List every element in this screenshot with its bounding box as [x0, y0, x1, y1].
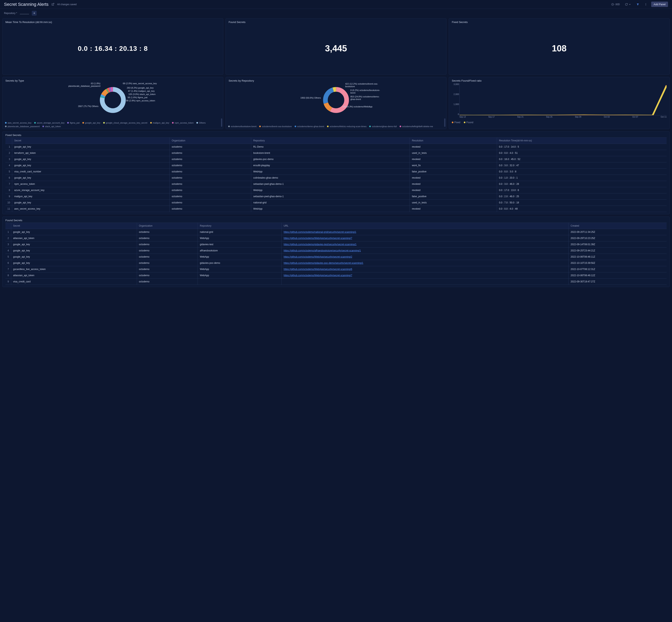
column-header[interactable]: Repository	[198, 223, 282, 229]
table-row[interactable]: 7npm_access_tokenoctodemosebastian-pwd-g…	[5, 181, 667, 187]
share-icon[interactable]	[51, 3, 55, 6]
table-row[interactable]: 6google_api_keyoctodemocolinbeales-ghas-…	[5, 175, 667, 181]
chart-label: 283 (8.2%) google_api_key	[127, 87, 153, 89]
secret-url-link[interactable]: https://github.com/octodemo/affraesbooks…	[284, 249, 361, 252]
table-row[interactable]: 7gocardless_live_access_tokenoctodemoWeb…	[5, 266, 667, 272]
chart-label: 105 (3.0%) slack_api_token	[129, 93, 155, 96]
legend-item[interactable]: Found	[464, 121, 473, 124]
panel-fixed-table: Fixed Secrets SecretOrganizationReposito…	[2, 131, 670, 214]
column-header[interactable]	[5, 138, 12, 144]
column-header[interactable]: Organization	[137, 223, 198, 229]
top-toolbar: Secret Scanning Alerts All changes saved…	[0, 0, 672, 9]
table-row[interactable]: 1google_api_keyoctodemoRL-Demorevoked0.0…	[5, 144, 667, 150]
panel-secrets-by-repo: Secrets by Repository 422 (12.2%) octode…	[225, 77, 447, 129]
legend-item[interactable]: npm_access_token	[172, 122, 193, 124]
chart-label: 149 (4.3%) octodemo/WebApp	[343, 105, 373, 108]
donut-chart-repo[interactable]: 422 (12.2%) octodemo/brent-oss-bookstore…	[228, 83, 444, 117]
line-chart[interactable]: 3,0002,0001,0000 Sep 13Sep 17Sep 21Sep 2…	[459, 83, 667, 119]
legend-item[interactable]: aws_secret_access_key	[5, 122, 31, 124]
table-row[interactable]: 8azure_storage_account_keyoctodemoWebApp…	[5, 187, 667, 194]
legend-item[interactable]: octodemo/ghas-demo-full	[369, 125, 397, 128]
table-row[interactable]: 8atlassian_api_tokenoctodemoWebApphttps:…	[5, 272, 667, 279]
panel-title: Mean Time To Resolution (dd:hh:mm:ss)	[5, 21, 220, 24]
chart-label: 47 (1.4%) mailgun_api_key	[128, 90, 154, 93]
svg-point-3	[646, 5, 646, 5]
fixed-secrets-table: SecretOrganizationRepositoryResolutionRe…	[5, 137, 667, 212]
variable-label: Repository *	[4, 12, 17, 14]
table-row[interactable]: 3google_api_keyoctodemogidavies-testhttp…	[5, 241, 667, 248]
legend-item[interactable]: Fixed	[452, 121, 460, 124]
secret-url-link[interactable]: https://github.com/octodemo/WebApp/secur…	[284, 274, 352, 277]
column-header[interactable]	[5, 223, 11, 229]
legend-item[interactable]: slack_api_token	[42, 125, 61, 128]
filter-button[interactable]	[635, 2, 640, 7]
more-menu-button[interactable]	[643, 2, 648, 7]
table-row[interactable]: 4google_api_keyoctodemoaffraesbookstoreh…	[5, 248, 667, 254]
legend-item[interactable]: octodemo/brent-oss-bookstore	[259, 125, 292, 128]
legend-item[interactable]: octodemo/demo-ghas-brent	[294, 125, 324, 128]
donut-chart-type[interactable]: 63 (1.8%) planetscale_database_password6…	[5, 83, 220, 117]
chart-label: 98 (2.8%) npm_access_token	[126, 99, 155, 102]
secret-url-link[interactable]: https://github.com/octodemo/WebApp/secur…	[284, 237, 352, 240]
column-header[interactable]: Created	[569, 223, 667, 229]
chart-label: 68 (2.0%) aws_secret_access_key	[123, 82, 157, 85]
add-panel-button[interactable]: Add Panel	[651, 2, 668, 7]
legend-item[interactable]: google_api_key	[82, 122, 100, 124]
column-header[interactable]: Secret	[11, 223, 137, 229]
secret-url-link[interactable]: https://github.com/octodemo/gidavies-tes…	[284, 243, 356, 246]
legend-item[interactable]: azure_storage_account_key	[34, 122, 64, 124]
page-title: Secret Scanning Alerts	[4, 2, 48, 7]
refresh-button[interactable]	[624, 2, 632, 7]
table-row[interactable]: 3google_api_keyoctodemogidavies-poc-demo…	[5, 156, 667, 163]
table-row[interactable]: 5google_api_keyoctodemoWebApphttps://git…	[5, 254, 667, 260]
panel-fixed: Fixed Secrets 108	[449, 19, 670, 75]
time-range-button[interactable]: -30D	[610, 2, 621, 7]
legend-item[interactable]: octodemo/leftrightleft-delete-me	[400, 125, 433, 128]
table-row[interactable]: 5visa_credit_card_numberoctodemoWebAppfa…	[5, 169, 667, 175]
panel-secrets-by-type: Secrets by Type 63 (1.8%) planetscale_da…	[2, 77, 223, 129]
fixed-value: 108	[552, 43, 566, 54]
secret-url-link[interactable]: https://github.com/octodemo/gidavies-poc…	[284, 262, 363, 265]
panel-found-table: Found Secrets SecretOrganizationReposito…	[2, 217, 670, 287]
legend-item[interactable]: google_cloud_storage_access_key_secret	[103, 122, 147, 124]
legend-item[interactable]: octodemo/felickz-reducing-scan-times	[327, 125, 366, 128]
time-range-label: -30D	[614, 3, 620, 6]
panel-title: Found Secrets	[5, 219, 667, 222]
secret-url-link[interactable]: https://github.com/octodemo/WebApp/secur…	[284, 268, 352, 271]
panel-mttr: Mean Time To Resolution (dd:hh:mm:ss) 0.…	[2, 19, 223, 75]
mttr-value: 0.0 : 16.34 : 20.13 : 8	[78, 45, 148, 53]
legend-item[interactable]: mailgun_api_key	[150, 122, 169, 124]
table-row[interactable]: 2terraform_api_tokenoctodemobookstore-br…	[5, 150, 667, 156]
legend-item[interactable]: octodemo/bookstore-brent	[228, 125, 256, 128]
legend-item[interactable]: planetscale_database_password	[5, 125, 40, 128]
panel-found: Found Secrets 3,445	[225, 19, 447, 75]
secret-url-link[interactable]: https://github.com/octodemo/WebApp/secur…	[284, 255, 352, 258]
column-header[interactable]: Secret	[12, 138, 170, 144]
column-header[interactable]: Organization	[170, 138, 251, 144]
secret-url-link[interactable]: https://github.com/octodemo/national-gri…	[284, 231, 356, 233]
add-variable-button[interactable]: +	[32, 11, 37, 15]
column-header[interactable]: Resolution	[410, 138, 497, 144]
variable-bar: Repository * +	[0, 9, 672, 19]
chart-label: 63 (1.8%) planetscale_database_password	[66, 82, 100, 88]
table-row[interactable]: 9mailgun_api_keyoctodemosebastian-pwd-gh…	[5, 194, 667, 200]
column-header[interactable]: URL	[282, 223, 569, 229]
column-header[interactable]: Resolution Time(dd-hh-mm-ss)	[497, 138, 667, 144]
variable-input[interactable]	[20, 11, 29, 14]
table-row[interactable]: 1google_api_keyoctodemonational-gridhttp…	[5, 229, 667, 235]
found-secrets-table: SecretOrganizationRepositoryURLCreated 1…	[5, 222, 667, 285]
legend: aws_secret_access_keyazure_storage_accou…	[5, 122, 221, 128]
table-row[interactable]: 6google_api_keyoctodemogidavies-poc-demo…	[5, 260, 667, 266]
table-row[interactable]: 10google_api_keyoctodemonational-griduse…	[5, 200, 667, 206]
chart-label: 56 (1.6%) figma_pat	[128, 96, 147, 99]
legend-item[interactable]: Others	[197, 122, 206, 124]
legend-item[interactable]: figma_pat	[67, 122, 79, 124]
panel-title: Secrets by Type	[5, 79, 220, 82]
panel-title: Secrets Found/Fixed ratio	[452, 79, 667, 82]
table-row[interactable]: 4google_api_keyoctodemoeroullit-playplay…	[5, 163, 667, 169]
panel-title: Secrets by Repository	[228, 79, 444, 82]
column-header[interactable]: Repository	[251, 138, 410, 144]
table-row[interactable]: 9visa_credit_cardoctodemo2022-09-30T19:4…	[5, 279, 667, 285]
table-row[interactable]: 11aws_secret_access_keyoctodemoWebApprev…	[5, 206, 667, 212]
table-row[interactable]: 2atlassian_api_tokenoctodemoWebApphttps:…	[5, 235, 667, 241]
